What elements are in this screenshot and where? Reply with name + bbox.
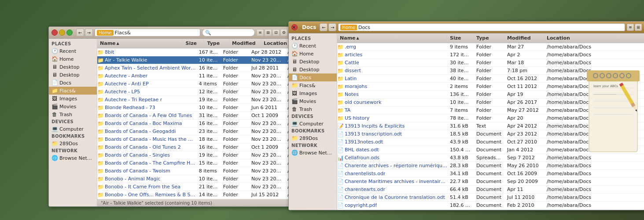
flacs-view-grid[interactable]: ⊞ xyxy=(265,29,272,36)
table-row[interactable]: 📁Bonobo - It Came From the Sea21 itemsFo… xyxy=(97,183,290,191)
table-row[interactable]: 📄Chronique de la Couronne translation.od… xyxy=(337,194,644,202)
flacs-sidebar-item-desktop[interactable]: 🖥 Desktop xyxy=(49,63,97,71)
docs-col-modified[interactable]: Modified xyxy=(504,34,544,42)
flacs-sidebar-item-flacs[interactable]: 📁 Flacs& xyxy=(49,87,97,95)
flacs-forward-button[interactable]: → xyxy=(85,29,93,37)
table-row[interactable]: 📁8bit167 itemsFolderApr 28 2012/home/aba… xyxy=(97,48,290,56)
flacs-close-button[interactable] xyxy=(52,29,58,36)
table-row[interactable]: 📁Blonde Redhead - 7310 itemsFolderJun 6 … xyxy=(97,104,290,112)
docs-close-button[interactable]: ✕ xyxy=(291,24,298,30)
folder-icon: 📁 xyxy=(337,60,344,66)
flacs-sidebar-item-home[interactable]: 🏠 Home xyxy=(49,55,97,63)
table-row[interactable]: 📄Charente archives - répertoire numériqu… xyxy=(337,162,644,170)
table-row[interactable]: 📁Autechre - Anti EP4 itemsFolderNov 23 2… xyxy=(97,80,290,88)
file-type-cell: Folder xyxy=(221,120,249,127)
docs-col-name[interactable]: Name ▲ xyxy=(337,34,447,42)
flacs-sidebar-item-network[interactable]: 🌐 Browse Network xyxy=(49,154,97,162)
docs-sidebar-item-desktop2[interactable]: 🖥 Desktop xyxy=(289,66,337,73)
docs-view-grid[interactable]: ⊞ xyxy=(635,24,642,31)
table-row[interactable]: 📁Boards of Canada - Singles19 itemsFolde… xyxy=(97,151,290,159)
flacs-col-modified[interactable]: Modified xyxy=(229,40,261,47)
flacs-col-name[interactable]: Name ▲ xyxy=(97,40,183,47)
flacs-view-columns[interactable]: ⊟ xyxy=(272,29,280,36)
file-modified-cell: Nov 23 2009 xyxy=(249,57,285,63)
flacs-col-size[interactable]: Size xyxy=(183,40,204,47)
file-size-cell: 16 items xyxy=(196,120,221,127)
flacs-sidebar-item-docs[interactable]: 📄 Docs xyxy=(49,79,97,87)
table-row[interactable]: 📁Boards of Canada - Music Has the Right … xyxy=(97,136,290,143)
flacs-search-bar[interactable]: 🔍 xyxy=(202,29,255,37)
docs-col-size[interactable]: Size xyxy=(447,34,474,42)
file-name-text: Boards of Canada - Boc Maxima xyxy=(105,121,182,126)
file-size-cell: 19 items xyxy=(196,152,221,158)
file-location-cell: /home/abara/Docs xyxy=(544,51,644,58)
flacs-back-button[interactable]: ← xyxy=(76,29,84,37)
table-row[interactable]: 📄copyright.pdf182.6 kBDocumentFeb 2 2010… xyxy=(337,202,644,209)
flacs-sidebar-movies-label: Movies xyxy=(59,104,76,110)
table-row[interactable]: 📁Aphex Twin - Selected Ambient Works Vol… xyxy=(97,64,290,72)
docs-sidebar-item-flacs[interactable]: 📁 Flacs& xyxy=(289,81,337,89)
file-size-cell: 40 items xyxy=(447,75,474,82)
file-type-cell: Document xyxy=(474,131,504,137)
flacs-sidebar-item-movies[interactable]: 🎬 Movies xyxy=(49,103,97,110)
table-row[interactable]: 📊Cellafroun.ods43.8 kBSpreadsheetSep 7 2… xyxy=(337,154,644,162)
docs-sidebar-item-docs[interactable]: 📄 Docs xyxy=(289,73,337,81)
table-row[interactable]: 📁Bonobo - One Offs... Remixes & B Sides1… xyxy=(97,191,290,199)
docs-back-button[interactable]: ← xyxy=(320,23,328,31)
flacs-sidebar-item-images[interactable]: 🖼 Images xyxy=(49,95,97,103)
docs-sidebar-item-movies[interactable]: 🎬 Movies xyxy=(289,97,337,105)
flacs-sidebar-item-computer[interactable]: 💻 Computer xyxy=(49,125,97,133)
file-modified-cell: Oct 11 2012 xyxy=(504,83,544,90)
docs-sidebar-item-home[interactable]: 🏠 Home xyxy=(289,50,337,58)
table-row[interactable]: 📁.errg9 itemsFolderMar 27/home/abara/Doc… xyxy=(337,43,644,51)
table-row[interactable]: 📁Boards of Canada - Boc Maxima16 itemsFo… xyxy=(97,120,290,128)
table-row[interactable]: 📁Boards of Canada - A Few Old Tunes31 it… xyxy=(97,112,290,120)
flacs-path-bar[interactable]: Home Flacs& xyxy=(95,29,200,37)
table-row[interactable]: 📁Bonobo - Animal Magic10 itemsFolderNov … xyxy=(97,175,290,183)
table-row[interactable]: 📄charentearts.odr66.4 kBDocumentApr 11/h… xyxy=(337,186,644,194)
flacs-view-list[interactable]: ≡ xyxy=(257,29,264,36)
table-row[interactable]: 📁Air - Talkie Walkie10 itemsFolderNov 23… xyxy=(97,56,290,64)
docs-sidebar-item-computer[interactable]: 💻 Computer xyxy=(289,120,337,128)
table-row[interactable]: 📁Boards of Canada - Old Tunes 216 itemsF… xyxy=(97,143,290,151)
docs-path-bar[interactable]: Home Docs xyxy=(338,23,625,31)
file-size-cell: 78 items xyxy=(447,115,474,121)
docs-sidebar-item-images[interactable]: 🖼 Images xyxy=(289,89,337,97)
flacs-col-type[interactable]: Type xyxy=(204,40,229,47)
file-name-cell: 📁TA xyxy=(337,107,447,114)
docs-col-type[interactable]: Type xyxy=(474,34,504,42)
table-row[interactable]: 📁Boards of Canada - Geogaddi23 itemsFold… xyxy=(97,128,290,136)
flacs-sidebar-item-trash[interactable]: 🗑 Trash xyxy=(49,110,97,118)
table-row[interactable]: 📁articles172 itemsFolderApr 2/home/abara… xyxy=(337,51,644,59)
docs-sidebar-item-289dos[interactable]: 📁 289Dos xyxy=(289,134,337,142)
folder-icon: 📁 xyxy=(97,65,104,71)
docs-sidebar-item-recent[interactable]: 🕐 Recent xyxy=(289,42,337,50)
docs-view-list[interactable]: ≡ xyxy=(627,24,634,31)
file-name-cell: 📁dissert xyxy=(337,68,447,74)
docs-sidebar-item-network[interactable]: 🌐 Browse Network xyxy=(289,149,337,157)
flacs-col-location[interactable]: Location xyxy=(261,40,290,47)
flacs-minimize-button[interactable] xyxy=(59,29,65,36)
docs-sidebar-item-desktop[interactable]: 🖥 Desktop xyxy=(289,58,337,66)
table-row[interactable]: 📄CUP Medieval Western Monasticism Propos… xyxy=(337,209,644,210)
table-row[interactable]: 📁Boards of Canada - Twoism8 itemsFolderN… xyxy=(97,167,290,175)
flacs-settings-icon[interactable]: ⚙ xyxy=(280,29,287,36)
file-name-cell: 📄13913 transcription.odt xyxy=(337,131,447,137)
table-row[interactable]: 📁Autechre - Tri Repetae r19 itemsFolderN… xyxy=(97,96,290,104)
docs-col-location[interactable]: Location xyxy=(544,34,644,42)
table-row[interactable]: 📁Autechre - Amber11 itemsFolderNov 23 20… xyxy=(97,72,290,80)
flacs-sidebar-item-desktop2[interactable]: 🖥 Desktop xyxy=(49,71,97,79)
table-row[interactable]: 📁Boards of Canada - The Campfire Headpha… xyxy=(97,159,290,167)
table-row[interactable]: 📄charentelists.odr34.1 kBDocumentOct 16 … xyxy=(337,170,644,178)
docs-forward-button[interactable]: → xyxy=(328,23,336,31)
flacs-sidebar-item-289dos[interactable]: 📁 289Dos xyxy=(49,139,97,147)
table-row[interactable]: 📄Charente Maritimes archives - inventair… xyxy=(337,178,644,186)
file-name-text: BHL dates.odt xyxy=(345,147,379,153)
file-modified-cell: Oct 1 2009 xyxy=(249,112,285,119)
table-row[interactable]: 📁Autechre - LP512 itemsFolderNov 23 2009… xyxy=(97,88,290,96)
docs-desktop-icon: 🖥 xyxy=(291,59,298,65)
docs-sidebar-item-trash[interactable]: 🗑 Trash xyxy=(289,105,337,113)
flacs-sidebar-item-recent[interactable]: 🕐 Recent xyxy=(49,47,97,55)
file-size-cell: 16 items xyxy=(196,65,221,71)
flacs-maximize-button[interactable] xyxy=(66,29,73,36)
